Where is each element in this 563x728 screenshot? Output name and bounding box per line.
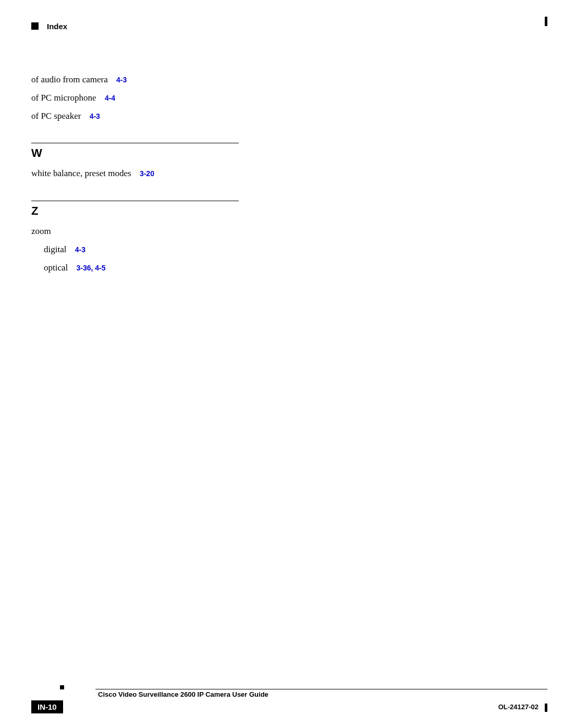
section-letter-w: W (31, 146, 282, 160)
entry-text: of PC speaker (31, 111, 81, 121)
page-reference-link[interactable]: 4-3 (75, 245, 85, 254)
entry-text: digital (44, 244, 66, 254)
intro-block: of audio from camera 4-3 of PC microphon… (31, 72, 282, 124)
document-page: Index of audio from camera 4-3 of PC mic… (0, 0, 563, 728)
doc-number: OL-24127-02 (498, 703, 538, 711)
section-divider (31, 143, 239, 143)
section-divider (31, 201, 239, 201)
index-subentry: optical 3-36, 4-5 (31, 261, 282, 275)
index-entry: white balance, preset modes 3-20 (31, 166, 282, 180)
entry-text: optical (44, 263, 68, 273)
footer-square-icon (60, 685, 64, 689)
entry-text: of audio from camera (31, 75, 108, 84)
page-reference-link[interactable]: 3-36, 4-5 (77, 264, 106, 272)
footer-doc-title: Cisco Video Surveillance 2600 IP Camera … (98, 690, 268, 698)
page-header: Index (0, 21, 563, 31)
page-footer: Cisco Video Surveillance 2600 IP Camera … (0, 685, 563, 713)
index-entry: of PC microphone 4-4 (31, 91, 282, 105)
crop-mark-icon (545, 704, 547, 712)
page-reference-link[interactable]: 4-3 (116, 76, 127, 84)
index-entry: of PC speaker 4-3 (31, 109, 282, 123)
footer-title-row: Cisco Video Surveillance 2600 IP Camera … (31, 690, 547, 698)
page-reference-link[interactable]: 4-3 (90, 112, 100, 120)
page-reference-link[interactable]: 4-4 (105, 94, 115, 102)
footer-rule-row (31, 685, 547, 689)
header-label: Index (47, 22, 67, 31)
footer-bottom-row: IN-10 OL-24127-02 (31, 700, 547, 713)
crop-mark-icon (545, 17, 547, 26)
index-content: of audio from camera 4-3 of PC microphon… (0, 72, 282, 275)
section-letter-z: Z (31, 204, 282, 218)
index-entry: of audio from camera 4-3 (31, 72, 282, 87)
footer-right-group: OL-24127-02 (498, 702, 547, 711)
header-square-icon (31, 22, 39, 30)
entry-text: white balance, preset modes (31, 168, 131, 178)
entry-text: of PC microphone (31, 93, 96, 103)
page-reference-link[interactable]: 3-20 (140, 169, 154, 178)
index-subentry: digital 4-3 (31, 242, 282, 256)
page-number: IN-10 (31, 700, 63, 713)
footer-rule (95, 689, 547, 689)
entry-text: zoom (31, 226, 51, 236)
index-entry: zoom (31, 224, 282, 238)
